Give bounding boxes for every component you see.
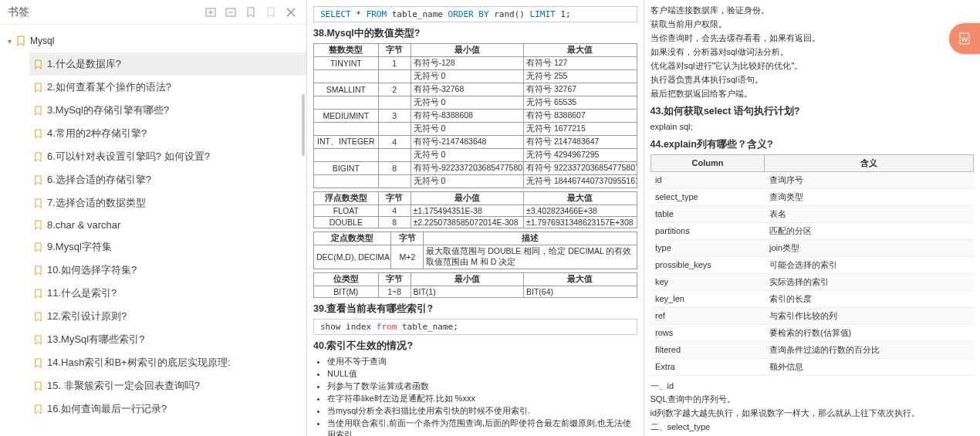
tree-item[interactable]: 4.常用的2种存储引擎?: [29, 122, 306, 145]
table-row: key实际选择的索引: [651, 273, 974, 290]
bookmark-folder-icon: [16, 35, 25, 46]
tree-item[interactable]: 2.如何查看某个操作的语法?: [29, 76, 306, 99]
heading-43: 43.如何获取select 语句执行计划?: [651, 105, 975, 118]
bit-type-table: 位类型字节最小值最大值BIT(M)1~8BIT(1)BIT(64): [313, 272, 637, 298]
table-row: key_len索引的长度: [651, 290, 974, 307]
tree-item[interactable]: 15. 非聚簇索引一定会回表查询吗?: [29, 374, 306, 397]
tree-item[interactable]: 6.选择合适的存储引擎?: [29, 168, 306, 191]
step-line: 优化器对sql进行"它认为比较好的优化"。: [651, 60, 975, 73]
tree-item[interactable]: 7.选择合适的数据类型: [29, 191, 306, 215]
tree-root-node[interactable]: ▾ Mysql: [8, 32, 306, 49]
tree-item-label: 15. 非聚簇索引一定会回表查询吗?: [47, 379, 200, 393]
document-icon: W: [958, 32, 972, 46]
bookmark-icon[interactable]: [243, 5, 259, 20]
table-row: partitions匹配的分区: [651, 222, 974, 239]
tree-item-label: 13.MySql有哪些索引?: [47, 333, 144, 346]
bookmark-item-icon: [34, 220, 42, 230]
heading-38: 38.Mysql中的数值类型?: [313, 27, 637, 40]
tree-item-label: 16.如何查询最后一行记录?: [47, 402, 167, 416]
tree-item[interactable]: 6.可以针对表设置引擎吗? 如何设置?: [29, 145, 306, 168]
explain-stmt: explain sql;: [651, 121, 975, 134]
tree-item-label: 9.Mysql字符集: [47, 240, 112, 254]
bookmark-item-icon: [34, 404, 42, 414]
bookmark-item-icon: [34, 106, 42, 116]
tree-item[interactable]: 1.什么是数据库?: [29, 52, 306, 76]
heading-44: 44.explain列有哪些？含义?: [651, 138, 975, 151]
table-row: Extra额外信息: [651, 358, 974, 375]
tree-item[interactable]: 13.MySql有哪些索引?: [29, 328, 306, 351]
tree-item-label: 4.常用的2种存储引擎?: [47, 127, 147, 140]
list-item: NULL值: [327, 368, 637, 380]
table-row: select_type查询类型: [651, 188, 974, 205]
content-column-1: SELECT * FROM table_name ORDER BY rand()…: [307, 0, 644, 436]
step-line: 获取当前用户权限。: [651, 19, 975, 31]
table-row: ref与索引作比较的列: [651, 307, 974, 324]
code-block-showindex: show index from table_name;: [313, 319, 637, 335]
tree-item-label: 14.Hash索引和B+树索引的底层实现原理:: [47, 356, 230, 370]
step-line: 最后把数据返回给客户端。: [651, 88, 975, 100]
close-icon[interactable]: [283, 5, 299, 20]
list-item: 列参与了数学运算或者函数: [327, 380, 637, 392]
bookmark-sidebar: 书签 ▾ Mysql 1.什么是数据库?2.如何查看某个操作的语法?3.MySq…: [0, 0, 307, 436]
tail-line: 一、id: [651, 380, 975, 393]
step-line: 如果没有，分析器对sql做词法分析。: [651, 46, 975, 59]
table-row: table表名: [651, 205, 974, 222]
svg-text:W: W: [961, 35, 968, 43]
decimal-type-table: 定点数类型字节描述DEC(M,D), DECIMAL(M,D)M+2最大取值范围…: [313, 232, 637, 269]
table-row: filtered查询条件过滤的行数的百分比: [651, 341, 974, 358]
tree-item-label: 3.MySql的存储引擎有哪些?: [47, 103, 169, 117]
bookmark-item-icon: [34, 198, 42, 208]
list-item: 在字符串like时左边是通配符.比如 %xxx: [327, 393, 637, 404]
bookmark-item-icon: [34, 335, 42, 345]
float-action-button[interactable]: W: [949, 23, 980, 54]
heading-40: 40.索引不生效的情况?: [313, 340, 637, 353]
list-item: 当使用联合索引,前面一个条件为范围查询,后面的即使符合最左前缀原则,也无法使用索…: [327, 417, 637, 436]
bookmark-item-icon: [34, 175, 42, 185]
step-line: 执行器负责具体执行sql语句。: [651, 74, 975, 86]
tree-item[interactable]: 9.Mysql字符集: [29, 235, 306, 259]
tree-root-label: Mysql: [30, 35, 54, 46]
tail-line: id列数字越大越先执行，如果说数字一样大，那么就从上往下依次执行。: [651, 407, 975, 420]
sidebar-toolbar: 书签: [0, 0, 306, 25]
tree-item[interactable]: 12.索引设计原则?: [29, 305, 306, 328]
chevron-down-icon: ▾: [8, 37, 12, 46]
tree-item-label: 7.选择合适的数据类型: [47, 196, 146, 210]
tail-line: SQL查询中的序列号。: [651, 394, 975, 406]
expand-all-icon[interactable]: [223, 5, 238, 20]
bookmark-item-icon: [34, 59, 42, 69]
content-column-2: 客户端连接数据库，验证身份。获取当前用户权限。当你查询时，会先去缓存看看，如果有…: [644, 0, 981, 436]
tree-item[interactable]: 10.如何选择字符集?: [29, 259, 306, 282]
collapse-all-icon[interactable]: [203, 5, 218, 20]
tree-item[interactable]: 14.Hash索引和B+树索引的底层实现原理:: [29, 351, 306, 374]
bookmark-item-icon: [34, 312, 42, 322]
code-block-random: SELECT * FROM table_name ORDER BY rand()…: [313, 6, 637, 22]
explain-columns-table: Column含义id查询序号select_type查询类型table表名part…: [651, 154, 975, 376]
bookmark-item-icon: [34, 289, 42, 299]
tree-item[interactable]: 8.char & varchar: [29, 215, 306, 235]
int-type-table: 整数类型字节最小值最大值TINYINT1有符号-128有符号 127无符号 0无…: [313, 43, 637, 188]
tree-item-label: 6.选择合适的存储引擎?: [47, 173, 151, 187]
list-item: 使用不等于查询: [327, 356, 637, 367]
scrollbar-thumb[interactable]: [302, 94, 305, 156]
tree-item-label: 10.如何选择字符集?: [47, 263, 137, 277]
bookmark-item-icon: [34, 83, 42, 93]
tree-item-label: 2.如何查看某个操作的语法?: [47, 80, 171, 94]
tree-item-label: 12.索引设计原则?: [47, 309, 127, 323]
heading-39: 39.查看当前表有哪些索引?: [313, 302, 637, 316]
tail-line: 二、select_type: [651, 421, 975, 434]
bookmark-item-icon: [34, 381, 42, 391]
tree-item-label: 6.可以针对表设置引擎吗? 如何设置?: [47, 150, 210, 164]
tree-item-label: 1.什么是数据库?: [47, 57, 121, 71]
table-row: rows要检索的行数(估算值): [651, 324, 974, 341]
tree-item[interactable]: 16.如何查询最后一行记录?: [29, 397, 306, 421]
step-line: 当你查询时，会先去缓存看看，如果有返回。: [651, 32, 975, 45]
tree-item[interactable]: 11.什么是索引?: [29, 282, 306, 305]
list-item: 当mysql分析全表扫描比使用索引快的时候不使用索引.: [327, 405, 637, 417]
bookmark-item-icon: [34, 152, 42, 162]
table-row: prossible_keys可能会选择的索引: [651, 256, 974, 273]
table-row: id查询序号: [651, 171, 974, 188]
bookmark-item-icon: [34, 265, 42, 275]
tree-item[interactable]: 3.MySql的存储引擎有哪些?: [29, 99, 306, 122]
sidebar-title: 书签: [8, 5, 29, 19]
bookmark-outline-icon[interactable]: [263, 5, 279, 20]
